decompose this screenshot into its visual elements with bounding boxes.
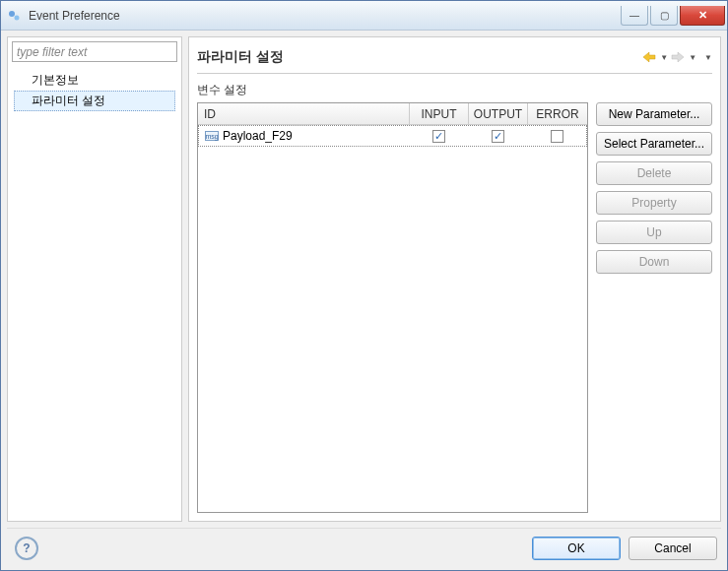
view-menu-icon[interactable]: ▼ xyxy=(704,53,712,62)
maximize-button[interactable]: ▢ xyxy=(650,6,678,26)
tree-item-parameter[interactable]: 파라미터 설정 xyxy=(14,91,175,111)
maximize-icon: ▢ xyxy=(660,10,669,21)
app-icon xyxy=(7,8,23,24)
tree: 기본정보 파라미터 설정 xyxy=(8,66,181,115)
cancel-button[interactable]: Cancel xyxy=(629,537,717,560)
back-menu-icon[interactable]: ▼ xyxy=(660,53,668,62)
button-column: New Parameter... Select Parameter... Del… xyxy=(596,102,712,513)
page-header: 파라미터 설정 ▼ ▼ ▼ xyxy=(197,43,712,71)
property-button[interactable]: Property xyxy=(596,191,712,215)
forward-menu-icon[interactable]: ▼ xyxy=(689,53,696,62)
right-panel: 파라미터 설정 ▼ ▼ ▼ 변수 설정 xyxy=(188,36,721,522)
col-header-input[interactable]: INPUT xyxy=(410,103,469,124)
checkbox-error[interactable] xyxy=(551,130,563,143)
dialog-body: 기본정보 파라미터 설정 파라미터 설정 ▼ ▼ xyxy=(1,31,727,570)
svg-point-0 xyxy=(9,11,15,17)
help-button[interactable]: ? xyxy=(15,537,38,560)
msg-icon: msg xyxy=(205,131,219,141)
ok-button[interactable]: OK xyxy=(532,537,621,560)
delete-button[interactable]: Delete xyxy=(596,161,712,185)
page-title: 파라미터 설정 xyxy=(197,48,641,66)
cell-input xyxy=(409,128,468,145)
main-row: ID INPUT OUTPUT ERROR msg Payload_F29 xyxy=(197,102,712,513)
arrow-right-icon xyxy=(671,51,685,63)
window-controls: — ▢ ✕ xyxy=(621,6,725,26)
arrow-left-icon xyxy=(642,51,656,63)
checkbox-output[interactable] xyxy=(492,130,504,143)
titlebar: Event Preference — ▢ ✕ xyxy=(1,1,727,31)
close-icon: ✕ xyxy=(698,9,707,22)
table-body: msg Payload_F29 xyxy=(198,125,587,512)
row-id-text: Payload_F29 xyxy=(223,129,293,143)
section-label: 변수 설정 xyxy=(197,82,712,98)
help-icon: ? xyxy=(23,541,30,555)
footer: ? OK Cancel xyxy=(7,528,721,564)
col-header-id[interactable]: ID xyxy=(198,103,410,124)
window: Event Preference — ▢ ✕ 기본정보 파라미터 설정 파라미터… xyxy=(0,0,728,571)
down-button[interactable]: Down xyxy=(596,250,712,274)
left-panel: 기본정보 파라미터 설정 xyxy=(7,36,182,522)
cell-output xyxy=(468,128,527,145)
checkbox-input[interactable] xyxy=(432,130,445,143)
select-parameter-button[interactable]: Select Parameter... xyxy=(596,132,712,156)
parameter-table: ID INPUT OUTPUT ERROR msg Payload_F29 xyxy=(197,102,588,513)
minimize-icon: — xyxy=(629,10,639,21)
svg-point-1 xyxy=(15,15,20,20)
minimize-button[interactable]: — xyxy=(621,6,648,26)
col-header-error[interactable]: ERROR xyxy=(528,103,587,124)
content-area: 기본정보 파라미터 설정 파라미터 설정 ▼ ▼ xyxy=(7,36,721,522)
divider xyxy=(197,73,712,74)
table-header: ID INPUT OUTPUT ERROR xyxy=(198,103,587,125)
filter-input[interactable] xyxy=(12,41,177,62)
new-parameter-button[interactable]: New Parameter... xyxy=(596,102,712,126)
forward-button[interactable] xyxy=(670,49,686,65)
col-header-output[interactable]: OUTPUT xyxy=(469,103,528,124)
back-button[interactable] xyxy=(641,49,657,65)
up-button[interactable]: Up xyxy=(596,221,712,244)
window-title: Event Preference xyxy=(29,9,621,23)
cell-id: msg Payload_F29 xyxy=(199,127,409,145)
table-row[interactable]: msg Payload_F29 xyxy=(198,125,587,147)
close-button[interactable]: ✕ xyxy=(680,6,725,26)
cell-error xyxy=(527,128,586,145)
tree-item-basic[interactable]: 기본정보 xyxy=(14,70,175,91)
nav-arrows: ▼ ▼ ▼ xyxy=(641,49,712,65)
